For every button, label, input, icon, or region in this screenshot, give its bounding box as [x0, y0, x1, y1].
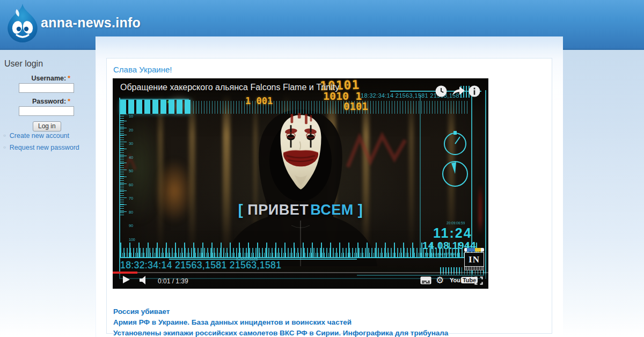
youtube-video-player[interactable]: 102030405060708090100 10101 1010 1 0101 …	[113, 78, 488, 289]
hud-ruler-number: 20	[129, 123, 135, 137]
username-label: Username:*	[0, 75, 70, 82]
page: anna-news.info User login Username:* Pas…	[0, 0, 644, 337]
caption-bracket: [	[238, 202, 244, 218]
article-link[interactable]: Армия РФ в Украине. База данных инцидент…	[113, 317, 448, 328]
settings-gear-icon[interactable]	[436, 275, 444, 286]
hud-ruler-number: 50	[129, 164, 135, 178]
caption-word: ПРИВЕТ	[247, 202, 309, 218]
video-caption: [ПРИВЕТВСЕМ]	[113, 202, 488, 218]
share-icon[interactable]	[451, 85, 466, 99]
youtube-logo[interactable]: You Tube	[450, 277, 478, 283]
site-title[interactable]: anna-news.info	[41, 15, 141, 31]
hud-top-timestamp: 18:32:34:14 21563,1581 21563,1581	[361, 92, 463, 99]
article-links-list: Россия убиваетАрмия РФ в Украине. База д…	[113, 306, 448, 337]
password-input[interactable]	[19, 106, 74, 116]
watch-later-icon[interactable]	[435, 85, 447, 99]
required-marker: *	[68, 98, 70, 105]
article-link[interactable]: Россия убивает	[113, 306, 448, 317]
volume-icon[interactable]	[138, 275, 149, 287]
progress-bar-played	[113, 272, 137, 274]
hud-ruler-ticks-major	[120, 114, 127, 216]
play-button[interactable]	[123, 276, 130, 283]
watermark-flag-tag	[464, 248, 484, 252]
hud-binary-digits: 1 001	[245, 96, 273, 106]
password-label: Password:*	[0, 98, 70, 105]
hud-ruler-number: 90	[129, 219, 135, 233]
hud-small-digits: 20:09:06:59	[447, 221, 465, 225]
hud-clock-gauges	[440, 130, 470, 190]
post-title-link[interactable]: Слава Украине!	[113, 65, 172, 74]
login-block-title: User login	[4, 59, 43, 69]
caption-word: ВСЕМ	[310, 202, 353, 218]
hud-binary-digits: 0101	[343, 100, 368, 112]
watermark-strip	[464, 267, 484, 270]
content-card: Слава Украине!	[106, 58, 552, 334]
login-link[interactable]: Request new password	[3, 144, 79, 151]
video-title-link[interactable]: Обращение хакерского альянса Falcons Fla…	[120, 83, 339, 92]
watermark-logo: IN	[464, 252, 484, 267]
time-display: 0:01 / 1:39	[158, 277, 188, 285]
hud-ruler-number: 60	[129, 178, 135, 192]
login-links: Create new accountRequest new password	[3, 132, 79, 156]
hud-ruler-number: 30	[129, 137, 135, 151]
hud-ruler-number: 40	[129, 151, 135, 165]
hud-waveform-baseline	[120, 257, 483, 258]
article-link[interactable]: Установлены экипажи российских самолетов…	[113, 328, 448, 337]
required-marker: *	[68, 75, 70, 82]
hud-ruler-numbers: 102030405060708090100	[129, 109, 135, 246]
video-hud-overlay: 102030405060708090100 10101 1010 1 0101 …	[113, 78, 488, 289]
drupal-logo-icon[interactable]	[6, 3, 39, 46]
hud-frame-line	[485, 90, 486, 279]
hud-ruler-number: 10	[129, 109, 135, 123]
channel-watermark: IN	[464, 248, 484, 270]
hud-bottom-timestamp: 18:32:34:14 21563,1581 21563,1581	[120, 260, 281, 271]
progress-bar[interactable]	[113, 272, 488, 273]
username-input[interactable]	[19, 83, 74, 93]
hud-clock-time: 11:24	[433, 225, 472, 241]
youtube-logo-you: You	[450, 277, 460, 283]
login-link[interactable]: Create new account	[3, 132, 79, 140]
hud-tick-lines	[193, 101, 468, 114]
caption-bracket: ]	[358, 202, 363, 218]
hud-frame-line	[420, 94, 421, 255]
login-button[interactable]: Log in	[33, 121, 61, 131]
info-icon[interactable]	[469, 85, 480, 99]
fullscreen-icon[interactable]	[474, 276, 483, 287]
subtitles-icon[interactable]	[420, 276, 431, 287]
hud-small-digits: 1e ru dyddy 7964 a	[425, 252, 459, 257]
